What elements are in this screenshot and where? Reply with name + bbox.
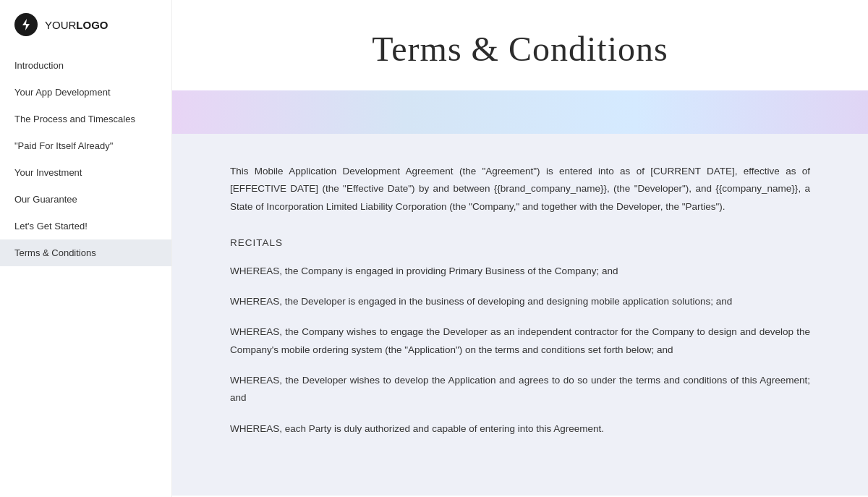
sidebar-navigation: Introduction Your App Development The Pr… [0,52,171,266]
sidebar-item-app-development[interactable]: Your App Development [0,79,171,106]
sidebar-item-paid-for-itself[interactable]: "Paid For Itself Already" [0,132,171,159]
header-section: Terms & Conditions [172,0,868,90]
sidebar-item-terms-conditions[interactable]: Terms & Conditions [0,239,171,266]
sidebar-item-investment[interactable]: Your Investment [0,159,171,186]
recital-item-2: WHEREAS, the Developer is engaged in the… [230,293,810,310]
recital-item-5: WHEREAS, each Party is duly authorized a… [230,420,810,438]
recital-item-4: WHEREAS, the Developer wishes to develop… [230,372,810,407]
sidebar-item-process-timescales[interactable]: The Process and Timescales [0,106,171,132]
sidebar-item-get-started[interactable]: Let's Get Started! [0,213,171,239]
logo-text: YOURLOGO [45,19,109,31]
recitals-heading: RECITALS [230,237,810,248]
main-content: Terms & Conditions This Mobile Applicati… [172,0,868,497]
logo: YOURLOGO [0,0,171,52]
sidebar-item-guarantee[interactable]: Our Guarantee [0,186,171,213]
svg-marker-0 [22,19,30,30]
lightning-bolt-icon [14,13,38,36]
sidebar-item-introduction[interactable]: Introduction [0,52,171,79]
content-area: This Mobile Application Development Agre… [172,134,868,496]
intro-paragraph: This Mobile Application Development Agre… [230,163,810,216]
page-title: Terms & Conditions [187,29,854,69]
recital-item-3: WHEREAS, the Company wishes to engage th… [230,323,810,359]
sidebar: YOURLOGO Introduction Your App Developme… [0,0,172,497]
gradient-banner [172,90,868,134]
recital-item-1: WHEREAS, the Company is engaged in provi… [230,263,810,280]
